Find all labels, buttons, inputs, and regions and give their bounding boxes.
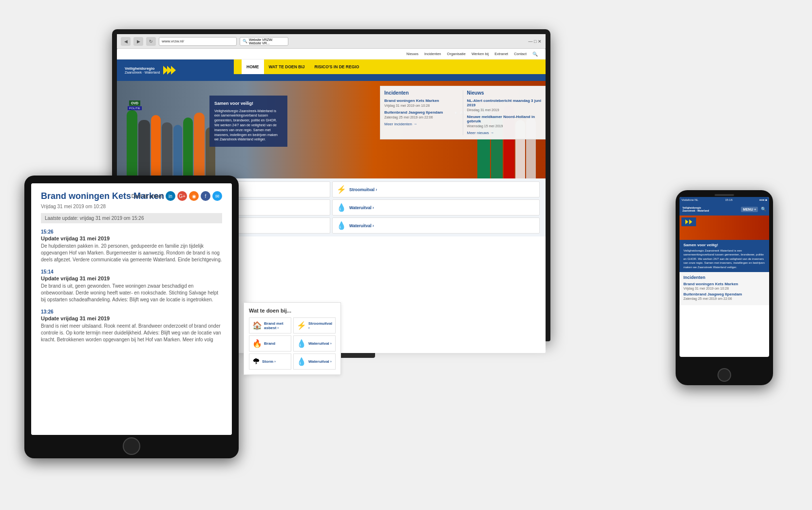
mobile-incident-1[interactable]: Brand woningen Kets Marken [683, 282, 765, 286]
mobile-intro-box: Samen voor veilig! Veiligheidsregio Zaan… [680, 240, 769, 272]
overlay-wateruitval-2[interactable]: 💧 Wateruitval › [293, 353, 336, 370]
topnav-contact[interactable]: Contact [514, 52, 527, 56]
incident-2-date: Zaterdag 25 mei 2019 om 22:06 [384, 116, 459, 119]
site-topnav: Nieuws Incidenten Organisatie Werken bij… [117, 49, 546, 59]
tablet-frame: Deel dit artikel: in G+ ◉ f ✉ Brand woni… [24, 176, 239, 458]
mobile-incident-2-date: Zaterdag 25 mei 2019 om 22:06 [683, 297, 765, 300]
topnav-werken[interactable]: Werken bij [472, 52, 489, 56]
topnav-organisatie[interactable]: Organisatie [447, 52, 466, 56]
todo-wateruitval-2[interactable]: 💧 Wateruitval › [332, 217, 540, 234]
news-2-link[interactable]: Nieuwe meldkamer Noord-Holland in gebrui… [467, 115, 542, 123]
mobile-frame: Vodafone NL 15:16 ●●● ■ Veiligheidsregio… [676, 190, 773, 385]
refresh-button[interactable]: ↻ [146, 37, 156, 46]
incident-1-link[interactable]: Brand woningen Kets Marken [384, 98, 459, 103]
site-mainnav: HOME WAT TE DOEN BIJ RISICO'S IN DE REGI… [234, 59, 546, 74]
share-twitter[interactable]: ✉ [212, 191, 222, 201]
share-linkedin[interactable]: in [166, 191, 175, 201]
update-time-2: 15:14 [41, 269, 222, 275]
mobile-intro-text: Veiligheidsregio Zaanstreek Waterland is… [683, 249, 765, 269]
url-bar[interactable]: www.vrzw.nl/ [159, 37, 237, 46]
overlay-brand-icon: 🔥 [252, 339, 262, 348]
browser-controls: — □ ✕ [529, 39, 542, 44]
nav-wat-te-doen[interactable]: WAT TE DOEN BIJ [264, 59, 310, 74]
mobile-incidents-section: Incidenten Brand woningen Kets Marken Vr… [680, 272, 769, 305]
update-block-1: 15:26 Update vrijdag 31 mei 2019 De hulp… [41, 229, 222, 263]
overlay-brand[interactable]: 🔥 Brand [249, 335, 291, 352]
mobile-logo: Veiligheidsregio Zaanstreek · Waterland [682, 206, 709, 212]
tablet-home-button[interactable] [123, 437, 140, 455]
overlay-wateruitval[interactable]: 💧 Wateruitval › [293, 335, 336, 352]
site-hero: OVD POLITIE ♦ AMBULANCE Samen voor veili… [117, 81, 546, 178]
topnav-incidenten[interactable]: Incidenten [424, 52, 441, 56]
tablet-screen: Deel dit artikel: in G+ ◉ f ✉ Brand woni… [31, 183, 232, 435]
share-googleplus[interactable]: G+ [177, 191, 187, 201]
share-row: Deel dit artikel: in G+ ◉ f ✉ [132, 191, 222, 201]
desktop-todo-overlay: Wat te doen bij... 🏠 Brand met asbest › … [244, 302, 341, 375]
logo-text: Veiligheidsregio Zaanstreek · Waterland [125, 66, 160, 74]
overlay-storm-label: Storm › [262, 359, 276, 364]
overlay-brand-asbest-icon: 🏠 [252, 321, 262, 330]
update-heading-1: Update vrijdag 31 mei 2019 [41, 235, 222, 241]
forward-button[interactable]: ▶ [133, 37, 143, 46]
overlay-stroomuitval[interactable]: ⚡ Stroomuitval › [293, 317, 336, 333]
article-date: Vrijdag 31 mei 2019 om 10:28 [41, 204, 222, 209]
browser-search[interactable]: 🔍 Website VRZW: Website VR... [240, 37, 288, 46]
scene: ◀ ▶ ↻ www.vrzw.nl/ 🔍 Website VRZW: Websi… [0, 0, 812, 510]
news-1-date: Dinsdag 31 mei 2019 [467, 108, 542, 112]
back-button[interactable]: ◀ [121, 37, 131, 46]
overlay-storm[interactable]: 🌩 Storm › [249, 353, 291, 370]
news-title: Nieuws [467, 90, 542, 96]
todo-stroomuitval[interactable]: ⚡ Stroomuitval › [332, 181, 540, 197]
nav-risicos[interactable]: RISICO'S IN DE REGIO [310, 59, 364, 74]
update-time-1: 15:26 [41, 229, 222, 235]
overlay-wateruitval-label: Wateruitval › [308, 341, 332, 346]
wateruitval-2-label: Wateruitval › [349, 223, 374, 228]
mobile-menu-button[interactable]: MENU ≡ [741, 207, 758, 212]
update-block-2: 15:14 Update vrijdag 31 mei 2019 De bran… [41, 269, 222, 303]
mobile-carrier: Vodafone NL [681, 198, 699, 201]
news-1-link[interactable]: NL-Alert controlebericht maandag 3 juni … [467, 98, 542, 107]
mobile-header: Veiligheidsregio Zaanstreek · Waterland … [680, 203, 769, 216]
incidents-more[interactable]: Meer incidenten → [384, 122, 459, 126]
overlay-stroomuitval-icon: ⚡ [297, 321, 306, 330]
mobile-time: 15:16 [725, 198, 733, 201]
overlay-stroomuitval-label: Stroomuitval › [308, 321, 332, 330]
share-rss[interactable]: ◉ [189, 191, 199, 201]
logo-arrows [163, 66, 176, 75]
topnav-extranet[interactable]: Extranet [494, 52, 508, 56]
news-more[interactable]: Meer nieuws → [467, 131, 542, 135]
todo-wateruitval[interactable]: 💧 Wateruitval › [332, 199, 540, 216]
share-facebook[interactable]: f [201, 191, 210, 201]
todo-overlay-title: Wat te doen bij... [249, 308, 336, 314]
article-lastupdate: Laatste update: vrijdag 31 mei 2019 om 1… [41, 213, 222, 223]
topnav-nieuws[interactable]: Nieuws [406, 52, 418, 56]
mobile-incidents-title: Incidenten [683, 275, 765, 280]
mobile-search-icon[interactable]: 🔍 [761, 207, 766, 212]
overlay-brand-asbest[interactable]: 🏠 Brand met asbest › [249, 317, 291, 333]
update-heading-2: Update vrijdag 31 mei 2019 [41, 275, 222, 281]
update-text-2: De brand is uit, geen gewonden. Twee won… [41, 283, 222, 303]
overlay-brand-label: Brand [264, 341, 275, 346]
stroomuitval-icon: ⚡ [337, 185, 346, 194]
mobile-statusbar: Vodafone NL 15:16 ●●● ■ [680, 197, 769, 203]
incident-2-link[interactable]: Buitenbrand Jaagweg Ilpendam [384, 110, 459, 115]
incident-1-date: Vrijdag 31 mei 2019 om 10:28 [384, 104, 459, 107]
mobile-speaker [715, 194, 734, 196]
nav-home[interactable]: HOME [242, 59, 264, 74]
incidents-title: Incidenten [384, 90, 459, 96]
overlay-storm-icon: 🌩 [252, 357, 260, 366]
mobile-incident-1-date: Vrijdag 31 mei 2019 om 10:28 [683, 287, 765, 290]
mobile-battery: ●●● ■ [759, 198, 767, 201]
mobile-home-button[interactable] [718, 368, 731, 382]
news-2-date: Woensdag 15 mei 2019 [467, 124, 542, 128]
mobile-intro-title: Samen voor veilig! [683, 243, 765, 247]
mobile-incident-2[interactable]: Buitenbrand Jaagweg Ilpendam [683, 292, 765, 296]
search-icon[interactable]: 🔍 [532, 52, 538, 57]
mobile-logo-block [681, 217, 696, 226]
mobile-screen: Vodafone NL 15:16 ●●● ■ Veiligheidsregio… [680, 197, 769, 357]
overlay-brand-asbest-label: Brand met asbest › [264, 321, 288, 330]
stroomuitval-label: Stroomuitval › [349, 187, 377, 192]
overlay-wateruitval-2-icon: 💧 [297, 357, 306, 366]
overlay-wateruitval-icon: 💧 [297, 339, 306, 348]
hero-text-box: Samen voor veilig! Veiligheidsregio Zaan… [209, 96, 287, 147]
